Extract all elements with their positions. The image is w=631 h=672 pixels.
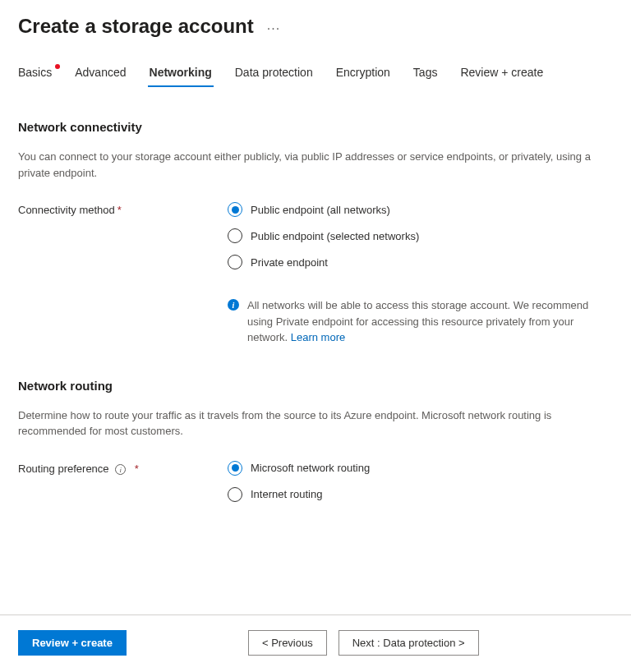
dot-indicator-icon [55, 64, 60, 69]
tab-networking[interactable]: Networking [150, 62, 212, 87]
more-actions-icon[interactable]: ··· [267, 21, 280, 56]
radio-label: Public endpoint (all networks) [251, 204, 390, 216]
section-heading-connectivity: Network connectivity [18, 120, 613, 134]
learn-more-link[interactable]: Learn more [291, 331, 345, 343]
radio-public-all[interactable]: Public endpoint (all networks) [228, 202, 613, 217]
radio-icon [228, 461, 242, 476]
radio-label: Microsoft network routing [251, 462, 370, 474]
required-asterisk: * [135, 463, 139, 475]
required-asterisk: * [117, 204, 122, 216]
radio-label: Public endpoint (selected networks) [251, 230, 419, 242]
wizard-footer: Review + create < Previous Next : Data p… [0, 614, 631, 672]
tab-label: Advanced [75, 66, 126, 79]
tab-advanced[interactable]: Advanced [75, 62, 126, 87]
radio-internet-routing[interactable]: Internet routing [228, 487, 613, 502]
tab-label: Data protection [235, 66, 313, 79]
radio-label: Private endpoint [251, 256, 328, 269]
tab-label: Networking [150, 66, 212, 79]
section-heading-routing: Network routing [18, 379, 613, 393]
review-create-button[interactable]: Review + create [18, 630, 127, 656]
radio-microsoft-routing[interactable]: Microsoft network routing [228, 461, 613, 476]
connectivity-info-text: All networks will be able to access this… [247, 297, 613, 346]
radio-icon [228, 202, 242, 217]
tab-encryption[interactable]: Encryption [336, 62, 390, 87]
radio-icon [228, 255, 242, 269]
section-description-routing: Determine how to route your traffic as i… [18, 407, 613, 440]
tab-label: Encryption [336, 66, 390, 79]
tab-label: Basics [18, 66, 52, 79]
tab-basics[interactable]: Basics [18, 62, 52, 87]
wizard-tabs: Basics Advanced Networking Data protecti… [18, 62, 613, 87]
section-description-connectivity: You can connect to your storage account … [18, 149, 613, 181]
tab-tags[interactable]: Tags [413, 62, 438, 87]
tab-data-protection[interactable]: Data protection [235, 62, 313, 87]
radio-public-selected[interactable]: Public endpoint (selected networks) [228, 228, 613, 243]
info-icon: i [228, 299, 239, 311]
help-icon[interactable]: i [115, 464, 126, 475]
routing-preference-label: Routing preference i * [18, 461, 228, 476]
connectivity-method-label: Connectivity method* [18, 202, 228, 216]
tab-label: Review + create [460, 66, 543, 79]
radio-private-endpoint[interactable]: Private endpoint [228, 255, 613, 269]
tab-label: Tags [413, 66, 438, 79]
tab-review-create[interactable]: Review + create [460, 62, 543, 87]
radio-icon [228, 228, 242, 243]
page-title: Create a storage account [18, 15, 254, 38]
next-button[interactable]: Next : Data protection > [339, 630, 479, 656]
previous-button[interactable]: < Previous [248, 630, 327, 656]
radio-icon [228, 487, 242, 502]
radio-label: Internet routing [251, 488, 322, 500]
